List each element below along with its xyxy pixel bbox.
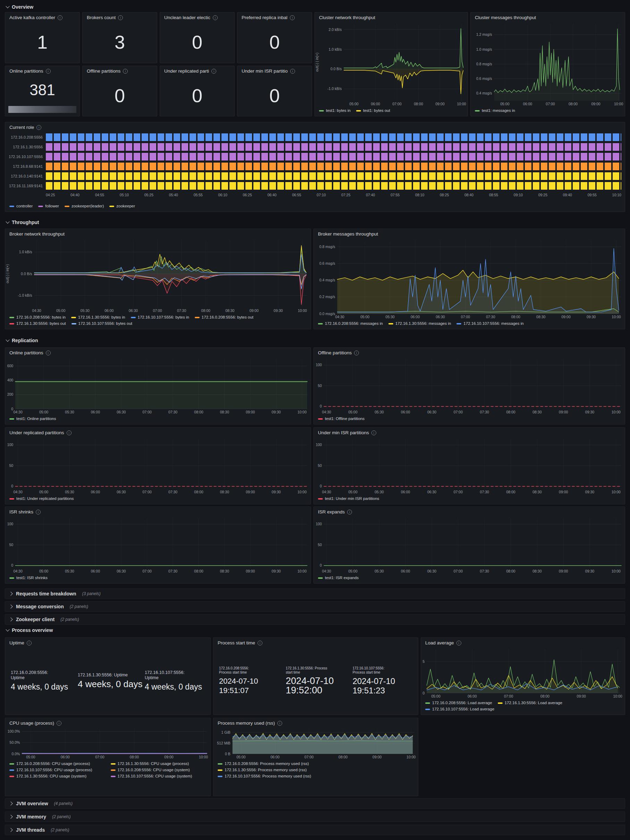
info-icon[interactable]: i bbox=[211, 69, 216, 74]
legend-item[interactable]: 172.16.10.107:5556: CPU usage (system) bbox=[111, 774, 206, 779]
legend-item[interactable]: 172.16.0.208:5556: CPU usage (process) bbox=[9, 761, 105, 766]
section-row-zookeeper-client[interactable]: Zookeeper client (2 panels) bbox=[5, 614, 625, 625]
info-icon[interactable]: i bbox=[457, 641, 461, 646]
legend-item[interactable]: test1: Under min ISR partitions bbox=[318, 496, 380, 501]
info-icon[interactable]: i bbox=[46, 351, 51, 355]
under-replicated-chart[interactable]: 04:3005:0005:3006:0006:3007:0007:3008:00… bbox=[5, 436, 311, 495]
legend-item[interactable]: 172.16.10.107:5556: Load average bbox=[425, 707, 494, 712]
info-icon[interactable]: i bbox=[290, 15, 295, 20]
current-role-timeline[interactable]: 172.16.0.208:5556172.16.1.30:5556172.16.… bbox=[5, 131, 625, 202]
legend-item[interactable]: 172.16.10.107:5556: Process memory used … bbox=[217, 774, 414, 779]
info-icon[interactable]: i bbox=[258, 641, 262, 646]
legend-item[interactable]: 172.16.10.107:5556: bytes in bbox=[131, 315, 189, 320]
panel-title: Process start time bbox=[217, 640, 255, 646]
svg-text:100: 100 bbox=[316, 442, 322, 447]
info-icon[interactable]: i bbox=[123, 69, 128, 74]
section-header-replication[interactable]: Replication bbox=[6, 337, 38, 344]
legend-item[interactable]: test1: ISR expands bbox=[318, 575, 359, 581]
panel-current-role: Current rolei 172.16.0.208:5556172.16.1.… bbox=[5, 122, 625, 212]
info-icon[interactable]: i bbox=[277, 721, 282, 726]
info-icon[interactable]: i bbox=[67, 430, 71, 435]
panel-under-replicated-chart: Under replicated partitionsi 04:3005:000… bbox=[5, 427, 311, 504]
info-icon[interactable]: i bbox=[213, 15, 217, 20]
legend-item[interactable]: 172.16.0.208:5556: Process memory used (… bbox=[217, 761, 414, 766]
online-partitions-chart[interactable]: 04:3005:0005:3006:0006:3007:0007:3008:00… bbox=[5, 357, 311, 415]
svg-text:50: 50 bbox=[9, 543, 14, 547]
info-icon[interactable]: i bbox=[27, 641, 32, 646]
timeline-state-bar-zookeeper[interactable] bbox=[46, 172, 621, 180]
isr-expands-chart[interactable]: 04:3005:0005:3006:0006:3007:0007:3008:00… bbox=[314, 516, 625, 574]
info-icon[interactable]: i bbox=[372, 430, 376, 435]
legend-item[interactable]: 172.16.10.107:5556: CPU usage (process) bbox=[9, 767, 105, 773]
legend-item[interactable]: test1: Online partitions bbox=[9, 416, 56, 422]
legend-item[interactable]: 172.16.0.208:5556: Load average bbox=[425, 700, 492, 706]
info-icon[interactable]: i bbox=[118, 15, 123, 20]
timeline-state-bar-zookeeper(leader)[interactable] bbox=[46, 163, 621, 170]
legend-item[interactable]: test1: Under replicated partitions bbox=[9, 496, 74, 501]
panel-title: Process memory used (rss) bbox=[217, 720, 275, 726]
section-row-jvm-overview[interactable]: JVM overview (4 panels) bbox=[5, 798, 625, 809]
legend-item[interactable]: zookeeper bbox=[109, 204, 135, 209]
legend-item[interactable]: follower bbox=[38, 204, 59, 209]
info-icon[interactable]: i bbox=[46, 69, 51, 74]
legend-item[interactable]: test1: bytes out bbox=[356, 108, 390, 113]
legend-item[interactable]: 172.16.10.107:5556: bytes out bbox=[71, 321, 132, 326]
broker-network-chart[interactable]: 04:3005:0005:3006:0006:3007:0007:3008:00… bbox=[5, 238, 311, 314]
isr-shrinks-chart[interactable]: 04:3005:0005:3006:0006:3007:0007:3008:00… bbox=[5, 516, 311, 574]
svg-text:200: 200 bbox=[7, 392, 14, 396]
legend-item[interactable]: 172.16.0.208:5556: CPU usage (system) bbox=[111, 767, 206, 773]
timeline-state-bar-zookeeper[interactable] bbox=[46, 182, 621, 189]
broker-messages-chart[interactable]: 04:3005:0005:3006:0006:3007:0007:3008:00… bbox=[314, 238, 625, 320]
svg-text:07:30: 07:30 bbox=[480, 569, 489, 573]
legend-item[interactable]: test1: ISR shrinks bbox=[9, 575, 47, 581]
cluster-messages-chart[interactable]: 05:0006:0007:0008:0009:0010:000.4 msg/s0… bbox=[471, 21, 625, 107]
info-icon[interactable]: i bbox=[58, 15, 63, 20]
cluster-network-chart[interactable]: 05:0006:0007:0008:0009:0010:00-1.0 kB/s0… bbox=[315, 21, 468, 107]
offline-partitions-chart[interactable]: 04:3005:0005:3006:0006:3007:0007:3008:00… bbox=[314, 357, 625, 415]
section-header-process-overview[interactable]: Process overview bbox=[6, 627, 53, 634]
legend-item[interactable]: 172.16.1.30:5556: CPU usage (system) bbox=[9, 774, 105, 779]
svg-text:05:30: 05:30 bbox=[386, 315, 395, 319]
legend-item[interactable]: 172.16.1.30:5556: CPU usage (process) bbox=[111, 761, 206, 766]
timeline-state-bar-follower[interactable] bbox=[46, 153, 621, 161]
section-header-overview[interactable]: Overview bbox=[6, 3, 33, 10]
legend-marker bbox=[9, 418, 14, 420]
info-icon[interactable]: i bbox=[354, 351, 359, 355]
section-row-requests-time-breakdown[interactable]: Requests time breakdown (3 panels) bbox=[5, 589, 625, 599]
legend-item[interactable]: zookeeper(leader) bbox=[65, 204, 104, 209]
load-average-chart[interactable]: 05:0006:0007:0008:0009:0010:0005 bbox=[421, 646, 625, 699]
legend-marker bbox=[217, 763, 222, 764]
legend-item[interactable]: 172.16.0.208:5556: messages in bbox=[318, 321, 383, 326]
svg-text:0.0%: 0.0% bbox=[11, 752, 20, 756]
panel-title: Current role bbox=[9, 125, 34, 130]
stat-panel-active-controller: Active kafka controlleri 1 bbox=[5, 12, 80, 63]
timeline-state-bar-controller[interactable] bbox=[46, 133, 621, 141]
section-row-message-conversion[interactable]: Message conversion (2 panels) bbox=[5, 602, 625, 612]
legend-item[interactable]: test1: bytes in bbox=[319, 108, 351, 113]
legend-item[interactable]: 172.16.1.30:5556: messages in bbox=[388, 321, 451, 326]
process-memory-chart[interactable]: 05:0006:0007:0008:0009:0010:000 B512 MiB… bbox=[213, 727, 418, 760]
section-header-throughput[interactable]: Throughput bbox=[6, 219, 39, 226]
stat-value: 2024-07-1019:51:23 bbox=[353, 676, 413, 695]
legend-item[interactable]: 172.16.1.30:5556: Load average bbox=[498, 700, 562, 706]
info-icon[interactable]: i bbox=[57, 721, 61, 726]
legend-item[interactable]: 172.16.1.30:5556: bytes in bbox=[71, 315, 125, 320]
info-icon[interactable]: i bbox=[347, 510, 352, 515]
legend-item[interactable]: test1: Offline partitions bbox=[318, 416, 364, 422]
under-min-isr-chart[interactable]: 04:3005:0005:3006:0006:3007:0007:3008:00… bbox=[314, 436, 625, 495]
section-row-jvm-threads[interactable]: JVM threads (2 panels) bbox=[5, 825, 625, 835]
legend-item[interactable]: 172.16.10.107:5556: messages in bbox=[457, 321, 523, 326]
info-icon[interactable]: i bbox=[36, 510, 41, 515]
cpu-usage-chart[interactable]: 05:0006:0007:0008:0009:0010:000.0%50.0%1… bbox=[5, 727, 210, 760]
svg-text:06:00: 06:00 bbox=[61, 755, 70, 759]
legend-item[interactable]: 172.16.0.208:5556: bytes out bbox=[195, 315, 254, 320]
legend-item[interactable]: 172.16.0.208:5556: bytes in bbox=[9, 315, 66, 320]
legend-item[interactable]: 172.16.1.30:5556: Process memory used (r… bbox=[217, 767, 414, 773]
timeline-state-bar-follower[interactable] bbox=[46, 143, 621, 151]
legend-item[interactable]: 172.16.1.30:5556: bytes out bbox=[9, 321, 66, 326]
legend-item[interactable]: test1: messages in bbox=[475, 108, 515, 113]
info-icon[interactable]: i bbox=[36, 125, 41, 130]
info-icon[interactable]: i bbox=[290, 69, 295, 74]
legend-item[interactable]: controller bbox=[9, 204, 33, 209]
section-row-jvm-memory[interactable]: JVM memory (2 panels) bbox=[5, 812, 625, 822]
